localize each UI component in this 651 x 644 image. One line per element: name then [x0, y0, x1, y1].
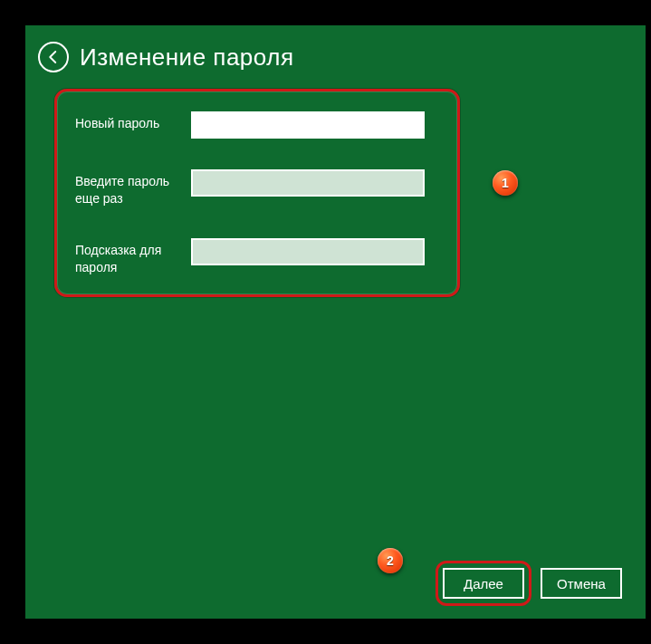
password-form-highlight: Новый пароль Введите пароль еще раз Подс… [54, 89, 460, 297]
next-button[interactable]: Далее [443, 568, 524, 599]
change-password-screen: Изменение пароля Новый пароль Введите па… [25, 25, 646, 619]
label-new-password: Новый пароль [75, 111, 191, 132]
label-confirm-password: Введите пароль еще раз [75, 169, 191, 207]
row-new-password: Новый пароль [75, 111, 439, 139]
confirm-password-input[interactable] [191, 169, 425, 197]
row-confirm-password: Введите пароль еще раз [75, 169, 439, 207]
new-password-input[interactable] [191, 111, 425, 139]
back-button[interactable] [38, 42, 69, 72]
annotation-marker-1: 1 [493, 170, 518, 196]
label-password-hint: Подсказка для пароля [75, 238, 191, 276]
page-title: Изменение пароля [80, 43, 293, 72]
row-password-hint: Подсказка для пароля [75, 238, 439, 276]
arrow-left-icon [45, 49, 62, 65]
header: Изменение пароля [25, 25, 646, 82]
footer-buttons: 2 Далее Отмена [443, 568, 622, 599]
cancel-button[interactable]: Отмена [541, 568, 622, 599]
annotation-marker-2: 2 [378, 548, 403, 573]
password-hint-input[interactable] [191, 238, 425, 265]
